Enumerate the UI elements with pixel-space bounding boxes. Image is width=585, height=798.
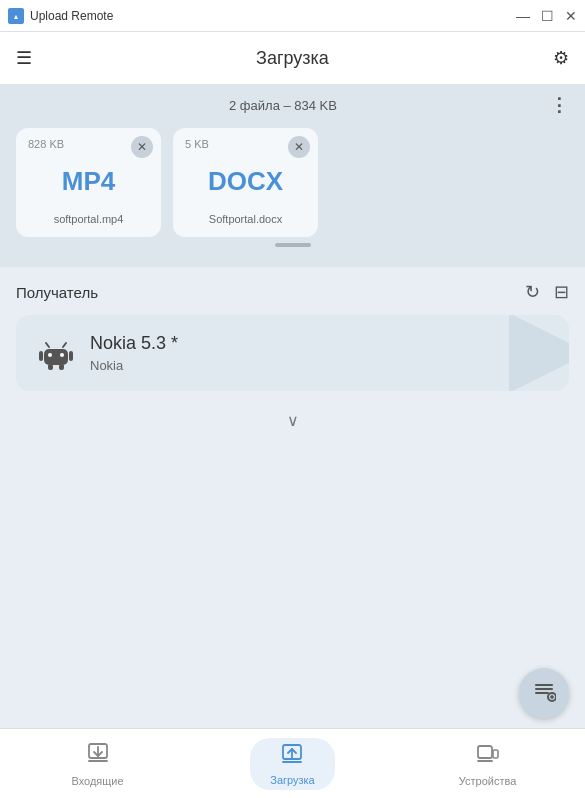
app-title: Upload Remote (30, 9, 113, 23)
recipient-label: Получатель (16, 284, 98, 301)
device-name: Nokia 5.3 * (90, 333, 549, 354)
app-icon: ▲ (8, 8, 24, 24)
scroll-bar (275, 243, 311, 247)
maximize-button[interactable]: ☐ (541, 10, 553, 22)
title-bar: ▲ Upload Remote — ☐ ✕ (0, 0, 585, 32)
device-card[interactable]: Nokia 5.3 * Nokia (16, 315, 569, 391)
file-name-docx: Softportal.docx (209, 213, 282, 225)
devices-nav-icon (476, 741, 500, 771)
file-type-mp4: MP4 (62, 166, 115, 197)
refresh-icon[interactable]: ↻ (525, 281, 540, 303)
devices-nav-label: Устройства (459, 775, 517, 787)
upload-nav-label: Загрузка (270, 774, 314, 786)
files-list: ✕ 828 KB MP4 softportal.mp4 ✕ 5 KB DOCX … (16, 128, 569, 237)
incoming-nav-icon (86, 741, 110, 771)
device-brand: Nokia (90, 358, 549, 373)
file-size-mp4: 828 KB (28, 138, 64, 150)
remove-file-docx-button[interactable]: ✕ (288, 136, 310, 158)
files-count: 2 файла – 834 KB (16, 98, 550, 113)
incoming-nav-label: Входящие (71, 775, 123, 787)
recipient-header: Получатель ↻ ⊟ (16, 281, 569, 303)
close-button[interactable]: ✕ (565, 10, 577, 22)
recipient-section: Получатель ↻ ⊟ (0, 267, 585, 401)
svg-rect-2 (44, 349, 68, 365)
file-card-docx: ✕ 5 KB DOCX Softportal.docx (173, 128, 318, 237)
svg-line-5 (46, 343, 49, 347)
page-title: Загрузка (256, 48, 329, 69)
title-bar-left: ▲ Upload Remote (8, 8, 113, 24)
scroll-indicator (16, 237, 569, 251)
svg-rect-7 (39, 351, 43, 361)
window-controls: — ☐ ✕ (517, 10, 577, 22)
more-options-icon[interactable]: ⋮ (550, 94, 569, 116)
nav-item-devices[interactable]: Устройства (390, 733, 585, 795)
app-header: ☰ Загрузка ⚙ (0, 32, 585, 84)
nav-active-bg: Загрузка (250, 738, 334, 790)
file-size-docx: 5 KB (185, 138, 209, 150)
nav-item-upload[interactable]: Загрузка (195, 730, 390, 798)
expand-row: ∨ (0, 401, 585, 440)
filter-icon[interactable]: ⊟ (554, 281, 569, 303)
svg-rect-8 (69, 351, 73, 361)
expand-icon[interactable]: ∨ (287, 411, 299, 430)
svg-rect-23 (478, 746, 492, 758)
device-info: Nokia 5.3 * Nokia (90, 333, 549, 373)
svg-rect-10 (59, 364, 64, 370)
file-type-docx: DOCX (208, 166, 283, 197)
svg-point-3 (48, 353, 52, 357)
files-section: 2 файла – 834 KB ⋮ ✕ 828 KB MP4 softport… (0, 84, 585, 267)
svg-line-6 (63, 343, 66, 347)
settings-icon[interactable]: ⚙ (553, 47, 569, 69)
upload-nav-icon (280, 742, 304, 772)
fab-button[interactable] (519, 668, 569, 718)
svg-point-4 (60, 353, 64, 357)
remove-file-mp4-button[interactable]: ✕ (131, 136, 153, 158)
files-header: 2 файла – 834 KB ⋮ (16, 94, 569, 116)
nav-item-incoming[interactable]: Входящие (0, 733, 195, 795)
bottom-nav: Входящие Загрузка Устройства (0, 728, 585, 798)
fab-icon (532, 679, 556, 708)
minimize-button[interactable]: — (517, 10, 529, 22)
hamburger-icon[interactable]: ☰ (16, 47, 32, 69)
recipient-actions: ↻ ⊟ (525, 281, 569, 303)
file-card-mp4: ✕ 828 KB MP4 softportal.mp4 (16, 128, 161, 237)
main-content: 2 файла – 834 KB ⋮ ✕ 828 KB MP4 softport… (0, 84, 585, 728)
android-icon (36, 333, 76, 373)
file-name-mp4: softportal.mp4 (54, 213, 124, 225)
svg-text:▲: ▲ (13, 13, 20, 20)
svg-rect-24 (493, 750, 498, 758)
svg-rect-9 (48, 364, 53, 370)
